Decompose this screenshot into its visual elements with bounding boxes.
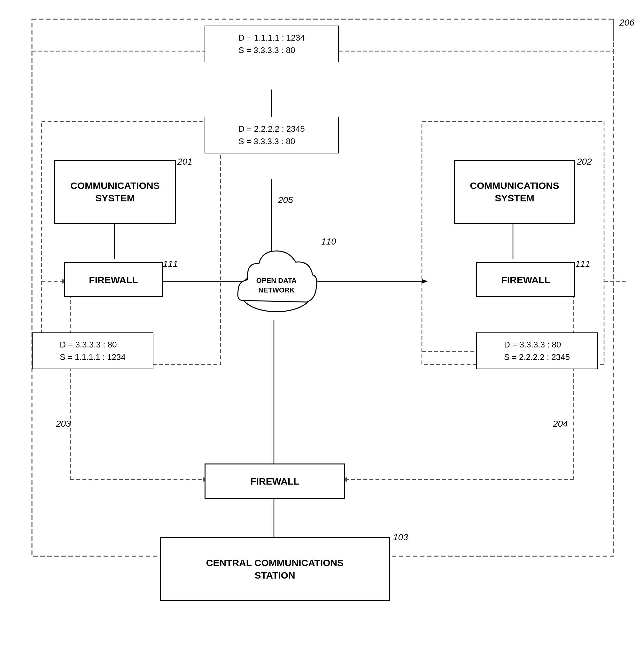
comm-system-left-label: COMMUNICATIONSSYSTEM bbox=[70, 179, 160, 204]
packet-bottom-right: D = 3.3.3.3 : 80 S = 2.2.2.2 : 2345 bbox=[476, 333, 598, 369]
ref-110: 110 bbox=[321, 236, 336, 247]
diagram: D = 1.1.1.1 : 1234 S = 3.3.3.3 : 80 D = … bbox=[0, 0, 644, 662]
packet-br-line2: S = 2.2.2.2 : 2345 bbox=[504, 351, 570, 363]
packet-top-line2: S = 3.3.3.3 : 80 bbox=[238, 44, 305, 56]
firewall-bottom-label: FIREWALL bbox=[250, 475, 299, 487]
ref-206: 206 bbox=[619, 18, 635, 28]
packet-top-line1: D = 1.1.1.1 : 1234 bbox=[238, 32, 305, 44]
packet-middle: D = 2.2.2.2 : 2345 S = 3.3.3.3 : 80 bbox=[205, 117, 339, 154]
ref-111-left: 111 bbox=[163, 259, 178, 269]
comm-system-right-label: COMMUNICATIONSSYSTEM bbox=[470, 179, 559, 204]
firewall-right-label: FIREWALL bbox=[501, 274, 550, 286]
ref-111-right: 111 bbox=[575, 259, 590, 269]
firewall-left: FIREWALL bbox=[64, 262, 163, 297]
central-station: CENTRAL COMMUNICATIONSSTATION bbox=[160, 537, 390, 601]
svg-text:OPEN DATA: OPEN DATA bbox=[256, 276, 297, 284]
firewall-bottom: FIREWALL bbox=[205, 463, 345, 499]
ref-103: 103 bbox=[393, 532, 408, 543]
svg-text:NETWORK: NETWORK bbox=[258, 286, 295, 294]
packet-middle-line2: S = 3.3.3.3 : 80 bbox=[238, 135, 305, 148]
comm-system-right: COMMUNICATIONSSYSTEM bbox=[454, 160, 575, 224]
ref-204: 204 bbox=[553, 419, 568, 429]
central-station-label: CENTRAL COMMUNICATIONSSTATION bbox=[206, 556, 344, 581]
packet-br-line1: D = 3.3.3.3 : 80 bbox=[504, 339, 570, 351]
comm-system-left: COMMUNICATIONSSYSTEM bbox=[54, 160, 176, 224]
ref-201: 201 bbox=[177, 157, 192, 167]
packet-middle-line1: D = 2.2.2.2 : 2345 bbox=[238, 123, 305, 135]
firewall-left-label: FIREWALL bbox=[89, 274, 138, 286]
open-data-network: OPEN DATA NETWORK bbox=[233, 230, 320, 320]
packet-bl-line2: S = 1.1.1.1 : 1234 bbox=[60, 351, 125, 363]
ref-202: 202 bbox=[577, 157, 592, 167]
packet-bl-line1: D = 3.3.3.3 : 80 bbox=[60, 339, 125, 351]
ref-205: 205 bbox=[278, 195, 293, 205]
packet-top: D = 1.1.1.1 : 1234 S = 3.3.3.3 : 80 bbox=[205, 26, 339, 62]
packet-bottom-left: D = 3.3.3.3 : 80 S = 1.1.1.1 : 1234 bbox=[32, 333, 154, 369]
firewall-right: FIREWALL bbox=[476, 262, 575, 297]
svg-marker-11 bbox=[422, 279, 428, 283]
ref-203: 203 bbox=[56, 419, 71, 429]
svg-rect-1 bbox=[42, 121, 221, 364]
